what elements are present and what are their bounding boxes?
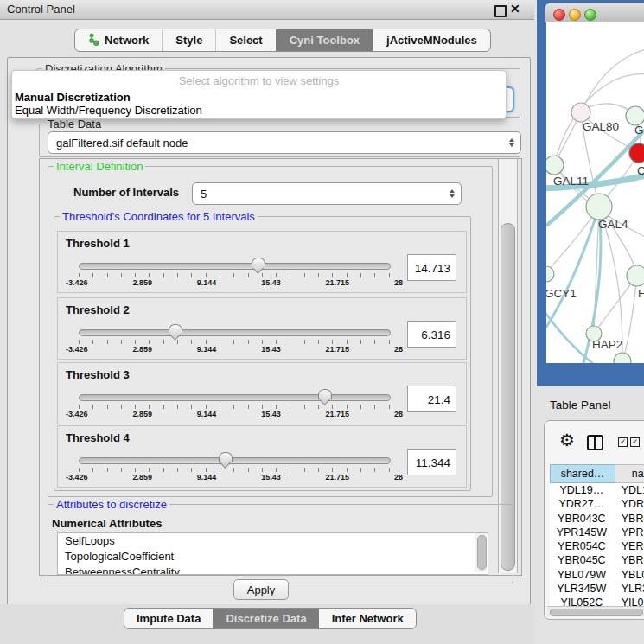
threshold-slider[interactable] bbox=[79, 329, 391, 336]
tick-label: -3.426 bbox=[66, 345, 88, 354]
spinner-arrows-icon[interactable] bbox=[509, 136, 514, 150]
table-cell[interactable]: YER0 bbox=[614, 539, 644, 553]
numerical-attributes-list[interactable]: SelfLoopsTopologicalCoefficientBetweenne… bbox=[57, 532, 488, 575]
table-cell[interactable]: YDL1 bbox=[614, 483, 644, 497]
list-scrollbar[interactable] bbox=[475, 533, 487, 572]
scrollbar-thumb[interactable] bbox=[550, 609, 643, 616]
table-panel-title: Table Panel bbox=[550, 399, 611, 411]
table-cell[interactable]: YPR1 bbox=[614, 526, 644, 539]
checkbox-icon[interactable]: ✓ bbox=[630, 437, 640, 447]
horizontal-scrollbar[interactable] bbox=[547, 606, 644, 616]
tab-jactivemnodules[interactable]: jActiveMNodules bbox=[373, 29, 490, 51]
network-view-window: GAL80 G GAL11 C GAL4 GCY1 H HAP2 bbox=[537, 0, 644, 386]
dropdown-option-manual-discretization[interactable]: Manual Discretization bbox=[15, 91, 131, 104]
tick-label: 28 bbox=[394, 473, 403, 481]
tab-cyni-toolbox[interactable]: Cyni Toolbox bbox=[276, 29, 373, 51]
node-label-partial[interactable]: G bbox=[634, 124, 644, 137]
slider-thumb[interactable] bbox=[252, 258, 265, 268]
tab-label: jActiveMNodules bbox=[386, 34, 477, 47]
float-window-icon[interactable] bbox=[494, 5, 507, 17]
minimize-traffic-light-icon[interactable] bbox=[569, 9, 581, 21]
table-row[interactable]: YBR043C YBR0 bbox=[550, 512, 644, 526]
threshold-value-field[interactable]: 6.316 bbox=[407, 321, 456, 348]
table-cell[interactable]: YIL052C bbox=[550, 596, 614, 606]
tab-infer-network[interactable]: Infer Network bbox=[319, 609, 416, 628]
table-row[interactable]: YPR145W YPR1 bbox=[550, 526, 644, 539]
table-cell[interactable]: YBL0 bbox=[614, 568, 644, 582]
table-cell[interactable]: YBL079W bbox=[550, 568, 614, 582]
slider-ticks bbox=[79, 468, 390, 472]
scrollbar-thumb[interactable] bbox=[477, 535, 487, 570]
threshold-value-field[interactable]: 14.713 bbox=[407, 254, 456, 281]
node-label[interactable]: GAL11 bbox=[553, 175, 589, 188]
table-cell[interactable]: YBR0 bbox=[614, 512, 644, 526]
table-cell[interactable]: YLR3 bbox=[614, 582, 644, 596]
threshold-value-field[interactable]: 11.344 bbox=[407, 449, 456, 475]
attribute-list-item[interactable]: BetweennessCentrality bbox=[58, 564, 488, 575]
tab-discretize-data[interactable]: Discretize Data bbox=[213, 609, 318, 628]
table-row[interactable]: YBL079W YBL0 bbox=[550, 568, 644, 582]
tab-network[interactable]: Network bbox=[75, 29, 162, 51]
threshold-value-field[interactable]: 21.4 bbox=[407, 386, 456, 412]
close-icon[interactable]: ✕ bbox=[510, 2, 520, 16]
threshold-slider[interactable] bbox=[79, 394, 391, 401]
table-cell[interactable]: YDR27… bbox=[550, 497, 614, 511]
table-cell[interactable]: YPR145W bbox=[550, 526, 614, 539]
table-cell[interactable]: YIL0 bbox=[614, 596, 644, 606]
number-of-intervals-spinner[interactable]: 5 bbox=[192, 182, 462, 205]
table-cell[interactable]: YDR2 bbox=[614, 497, 644, 511]
table-cell[interactable]: YBR043C bbox=[550, 512, 614, 526]
split-column-icon[interactable] bbox=[587, 435, 603, 450]
slider-thumb[interactable] bbox=[219, 452, 233, 462]
apply-button[interactable]: Apply bbox=[233, 579, 289, 600]
gear-icon[interactable]: ⚙ bbox=[559, 431, 575, 449]
column-header-shared-name[interactable]: shared… bbox=[550, 464, 615, 483]
zoom-traffic-light-icon[interactable] bbox=[584, 9, 596, 21]
attribute-list-item[interactable]: SelfLoops bbox=[58, 533, 488, 549]
slider-scale: -3.4262.8599.14415.4321.71528 bbox=[66, 410, 403, 418]
tab-select[interactable]: Select bbox=[215, 29, 275, 51]
table-cell[interactable]: YLR345W bbox=[550, 582, 614, 596]
tick-label: 9.144 bbox=[197, 410, 217, 418]
tab-style[interactable]: Style bbox=[162, 29, 215, 51]
table-data-combobox[interactable]: galFiltered.sif default node bbox=[48, 131, 521, 154]
table-row[interactable]: YDL19… YDL1 bbox=[550, 483, 644, 497]
close-traffic-light-icon[interactable] bbox=[553, 9, 565, 21]
table-row[interactable]: YBR045C YBR0 bbox=[550, 553, 644, 567]
node-label-partial[interactable]: H bbox=[638, 287, 644, 300]
column-header-name[interactable]: name bbox=[615, 464, 644, 483]
table-row[interactable]: YDR27… YDR2 bbox=[550, 497, 644, 511]
tab-impute-data[interactable]: Impute Data bbox=[124, 609, 213, 628]
node-label[interactable]: GAL80 bbox=[583, 120, 619, 133]
node-label[interactable]: GAL4 bbox=[598, 218, 628, 231]
table-row[interactable]: YIL052C YIL0 bbox=[550, 596, 644, 606]
node-label[interactable]: HAP2 bbox=[592, 338, 622, 351]
spinner-arrows-icon[interactable] bbox=[450, 187, 455, 201]
slider-thumb[interactable] bbox=[318, 389, 332, 399]
numerical-attributes-label: Numerical Attributes bbox=[52, 517, 162, 530]
node-label-partial[interactable]: C bbox=[637, 164, 644, 177]
control-panel-tabbar: Network Style Select Cyni Toolbox jActiv… bbox=[74, 29, 491, 52]
slider-thumb[interactable] bbox=[169, 324, 182, 335]
dropdown-option-equal-width[interactable]: Equal Width/Frequency Discretization bbox=[15, 104, 202, 117]
table-cell[interactable]: YDL19… bbox=[550, 483, 614, 497]
tick-label: 28 bbox=[394, 278, 403, 287]
table-row[interactable]: YLR345W YLR3 bbox=[550, 582, 644, 596]
threshold-slider[interactable] bbox=[79, 263, 391, 270]
network-window-titlebar[interactable] bbox=[545, 3, 644, 23]
table-body: YDL19… YDL1 YDR27… YDR2 YBR043C YBR0 YPR… bbox=[550, 483, 644, 606]
network-canvas[interactable]: GAL80 G GAL11 C GAL4 GCY1 H HAP2 bbox=[546, 22, 644, 363]
slider-scale: -3.4262.8599.14415.4321.71528 bbox=[66, 345, 403, 354]
node-label[interactable]: GCY1 bbox=[546, 287, 577, 300]
table-cell[interactable]: YBR0 bbox=[614, 553, 644, 567]
table-row[interactable]: YER054C YER0 bbox=[550, 539, 644, 553]
tick-label: 28 bbox=[394, 345, 403, 354]
tick-label: 21.715 bbox=[326, 410, 350, 418]
table-cell[interactable]: YER054C bbox=[550, 539, 614, 553]
tick-label: 9.144 bbox=[197, 278, 217, 287]
table-cell[interactable]: YBR045C bbox=[550, 553, 614, 567]
checkbox-icon[interactable]: ✓ bbox=[618, 437, 628, 447]
attribute-list-item[interactable]: TopologicalCoefficient bbox=[58, 549, 488, 564]
threshold-slider[interactable] bbox=[79, 457, 391, 464]
tick-label: 21.715 bbox=[326, 345, 350, 354]
